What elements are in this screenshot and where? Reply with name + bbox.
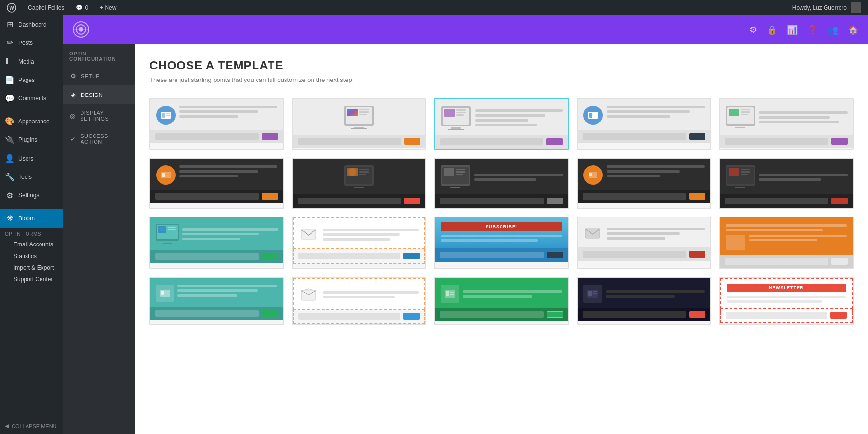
svg-rect-78	[450, 292, 454, 293]
sidebar-item-plugins[interactable]: 🔌 Plugins	[0, 131, 63, 149]
template-card-13[interactable]: SUBSCRIBE!	[434, 217, 569, 269]
plugin-logo	[72, 21, 90, 40]
svg-rect-50	[456, 169, 465, 170]
template-card-12[interactable]	[292, 217, 426, 269]
sidebar-sub-email-accounts[interactable]: Email Accounts	[0, 239, 63, 250]
config-item-success-action[interactable]: ✓ SUCCESS ACTION	[63, 127, 135, 150]
plugin-header-icons: ⚙ 🔒 📊 ❓ 👥 🏠	[749, 25, 858, 35]
sidebar-item-bloom[interactable]: ❋ Bloom	[0, 209, 63, 228]
sidebar-item-appearance[interactable]: 🎨 Appearance	[0, 112, 63, 131]
svg-rect-32	[729, 108, 739, 116]
template-card-16[interactable]	[149, 277, 284, 325]
site-name-item[interactable]: Capitol Follies	[25, 0, 67, 15]
setup-icon: ⚙	[69, 72, 77, 80]
svg-rect-29	[589, 113, 592, 118]
header-stats-icon[interactable]: 📊	[787, 25, 798, 35]
template-card-6[interactable]	[149, 158, 284, 209]
sidebar-sub-import-export[interactable]: Import & Export	[0, 262, 63, 273]
config-item-setup-label: SETUP	[81, 73, 100, 79]
sidebar-item-users[interactable]: 👤 Users	[0, 149, 63, 168]
display-settings-icon: ◎	[69, 112, 76, 120]
collapse-arrow-icon: ◀	[5, 423, 9, 429]
template-card-18[interactable]	[434, 277, 569, 325]
template-card-4[interactable]	[577, 98, 711, 150]
svg-rect-45	[359, 174, 366, 175]
template-card-17[interactable]	[292, 277, 426, 325]
header-lock-icon[interactable]: 🔒	[767, 25, 777, 35]
template-card-1[interactable]	[149, 98, 284, 150]
config-item-setup[interactable]: ⚙ SETUP	[63, 67, 135, 85]
svg-rect-61	[741, 174, 748, 175]
sidebar-item-comments-label: Comments	[18, 95, 46, 103]
tools-icon: 🔧	[5, 172, 14, 182]
user-greeting: Howdy, Luz Guerroro	[792, 4, 847, 11]
appearance-icon: 🎨	[5, 116, 14, 127]
template-card-19[interactable]	[577, 277, 711, 325]
template-card-11[interactable]	[149, 217, 284, 269]
config-panel-title: OPTIN CONFIGURATION	[63, 44, 135, 67]
svg-rect-16	[359, 111, 369, 113]
sidebar-divider-1	[0, 110, 63, 110]
config-item-design[interactable]: ◈ DESIGN	[63, 85, 135, 104]
new-item[interactable]: + New	[97, 0, 119, 15]
sidebar-item-pages[interactable]: 📄 Pages	[0, 71, 63, 89]
template-card-10[interactable]	[719, 158, 854, 209]
bloom-icon: ❋	[5, 213, 14, 224]
new-label: + New	[100, 4, 116, 11]
sidebar-sub-support[interactable]: Support Center	[0, 273, 63, 285]
sidebar-item-dashboard[interactable]: ⊞ Dashboard	[0, 15, 63, 34]
svg-rect-34	[741, 111, 750, 113]
sidebar-item-comments[interactable]: 💬 Comments	[0, 90, 63, 108]
template-card-3[interactable]	[434, 98, 569, 150]
template-card-8[interactable]	[434, 158, 569, 209]
sidebar-item-settings[interactable]: ⚙ Settings	[0, 187, 63, 205]
template-card-15[interactable]	[719, 217, 854, 269]
svg-rect-68	[168, 229, 176, 230]
collapse-menu-button[interactable]: ◀ COLLAPSE MENU	[0, 418, 63, 434]
sidebar-item-posts[interactable]: ✏ Posts	[0, 34, 63, 52]
template-card-2[interactable]	[292, 98, 426, 150]
svg-rect-19	[351, 128, 367, 129]
site-name: Capitol Follies	[28, 4, 64, 11]
header-home-icon[interactable]: 🏠	[848, 25, 858, 35]
template-card-9[interactable]	[577, 158, 711, 209]
sidebar-item-media[interactable]: 🎞 Media	[0, 53, 63, 71]
design-icon: ◈	[69, 91, 77, 98]
svg-rect-82	[593, 291, 597, 292]
config-item-success-label: SUCCESS ACTION	[81, 133, 128, 145]
sidebar-item-dashboard-label: Dashboard	[18, 21, 47, 29]
header-users-icon[interactable]: 👥	[827, 25, 838, 35]
import-export-label: Import & Export	[14, 264, 54, 271]
header-settings-icon[interactable]: ⚙	[749, 25, 757, 35]
template-card-14[interactable]	[577, 217, 711, 269]
wp-logo-item[interactable]: W	[4, 0, 19, 15]
svg-rect-17	[359, 114, 367, 115]
sidebar-item-appearance-label: Appearance	[18, 118, 50, 126]
svg-rect-53	[450, 187, 460, 188]
svg-rect-8	[162, 113, 165, 118]
user-greeting-item[interactable]: Howdy, Luz Guerroro	[789, 0, 864, 15]
template-card-5[interactable]	[719, 98, 854, 150]
svg-rect-55	[589, 173, 592, 176]
sidebar-item-tools[interactable]: 🔧 Tools	[0, 168, 63, 186]
template-card-7[interactable]	[292, 158, 426, 209]
sidebar-item-users-label: Users	[18, 155, 33, 163]
config-item-display-settings[interactable]: ◎ DISPLAY SETTINGS	[63, 104, 135, 127]
svg-rect-52	[456, 174, 463, 175]
svg-rect-10	[166, 115, 170, 116]
sidebar-sub-statistics[interactable]: Statistics	[0, 250, 63, 262]
comments-item[interactable]: 💬 0	[73, 0, 91, 15]
template-card-20[interactable]: NEWSLETTER	[719, 277, 854, 325]
svg-rect-69	[168, 231, 174, 231]
plugin-content: OPTIN CONFIGURATION ⚙ SETUP ◈ DESIGN ◎ D…	[63, 44, 868, 434]
svg-rect-83	[593, 293, 597, 294]
svg-rect-22	[444, 109, 455, 117]
svg-rect-27	[448, 129, 464, 130]
sidebar-item-pages-label: Pages	[18, 76, 35, 84]
template-title: CHOOSE A TEMPLATE	[149, 59, 854, 72]
svg-rect-46	[354, 187, 364, 188]
svg-rect-15	[359, 109, 369, 110]
header-help-icon[interactable]: ❓	[807, 25, 818, 35]
config-item-design-label: DESIGN	[81, 92, 103, 98]
support-label: Support Center	[14, 276, 53, 283]
